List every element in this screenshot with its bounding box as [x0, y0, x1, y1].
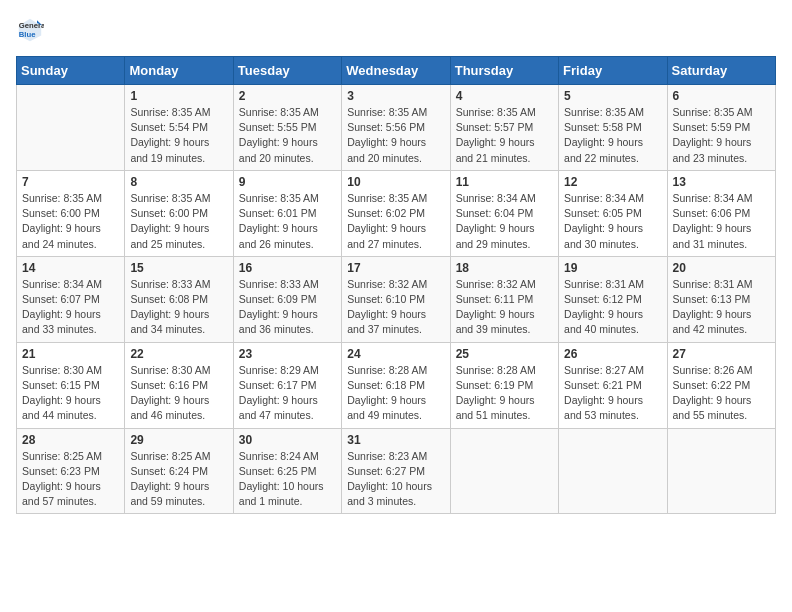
day-info: Sunrise: 8:30 AMSunset: 6:16 PMDaylight:…	[130, 363, 227, 424]
calendar-cell: 20Sunrise: 8:31 AMSunset: 6:13 PMDayligh…	[667, 256, 775, 342]
day-number: 22	[130, 347, 227, 361]
day-number: 13	[673, 175, 770, 189]
svg-text:General: General	[19, 21, 44, 30]
calendar-cell	[559, 428, 667, 514]
day-number: 5	[564, 89, 661, 103]
day-info: Sunrise: 8:32 AMSunset: 6:11 PMDaylight:…	[456, 277, 553, 338]
day-info: Sunrise: 8:29 AMSunset: 6:17 PMDaylight:…	[239, 363, 336, 424]
calendar-cell: 27Sunrise: 8:26 AMSunset: 6:22 PMDayligh…	[667, 342, 775, 428]
calendar-week-1: 1Sunrise: 8:35 AMSunset: 5:54 PMDaylight…	[17, 85, 776, 171]
calendar-week-5: 28Sunrise: 8:25 AMSunset: 6:23 PMDayligh…	[17, 428, 776, 514]
day-number: 4	[456, 89, 553, 103]
weekday-header-sunday: Sunday	[17, 57, 125, 85]
day-info: Sunrise: 8:35 AMSunset: 6:00 PMDaylight:…	[130, 191, 227, 252]
day-info: Sunrise: 8:35 AMSunset: 6:01 PMDaylight:…	[239, 191, 336, 252]
day-info: Sunrise: 8:25 AMSunset: 6:23 PMDaylight:…	[22, 449, 119, 510]
calendar-cell: 23Sunrise: 8:29 AMSunset: 6:17 PMDayligh…	[233, 342, 341, 428]
day-number: 2	[239, 89, 336, 103]
day-number: 20	[673, 261, 770, 275]
day-info: Sunrise: 8:31 AMSunset: 6:12 PMDaylight:…	[564, 277, 661, 338]
calendar-cell: 11Sunrise: 8:34 AMSunset: 6:04 PMDayligh…	[450, 170, 558, 256]
day-number: 19	[564, 261, 661, 275]
calendar-week-4: 21Sunrise: 8:30 AMSunset: 6:15 PMDayligh…	[17, 342, 776, 428]
calendar-cell: 21Sunrise: 8:30 AMSunset: 6:15 PMDayligh…	[17, 342, 125, 428]
day-number: 31	[347, 433, 444, 447]
day-info: Sunrise: 8:33 AMSunset: 6:09 PMDaylight:…	[239, 277, 336, 338]
calendar-cell: 30Sunrise: 8:24 AMSunset: 6:25 PMDayligh…	[233, 428, 341, 514]
calendar-cell: 12Sunrise: 8:34 AMSunset: 6:05 PMDayligh…	[559, 170, 667, 256]
day-info: Sunrise: 8:35 AMSunset: 5:56 PMDaylight:…	[347, 105, 444, 166]
day-info: Sunrise: 8:35 AMSunset: 5:59 PMDaylight:…	[673, 105, 770, 166]
day-number: 1	[130, 89, 227, 103]
calendar-cell: 22Sunrise: 8:30 AMSunset: 6:16 PMDayligh…	[125, 342, 233, 428]
day-info: Sunrise: 8:35 AMSunset: 5:58 PMDaylight:…	[564, 105, 661, 166]
day-info: Sunrise: 8:28 AMSunset: 6:19 PMDaylight:…	[456, 363, 553, 424]
day-info: Sunrise: 8:34 AMSunset: 6:07 PMDaylight:…	[22, 277, 119, 338]
day-number: 26	[564, 347, 661, 361]
weekday-header-thursday: Thursday	[450, 57, 558, 85]
day-number: 12	[564, 175, 661, 189]
calendar-cell: 10Sunrise: 8:35 AMSunset: 6:02 PMDayligh…	[342, 170, 450, 256]
day-number: 10	[347, 175, 444, 189]
weekday-header-monday: Monday	[125, 57, 233, 85]
day-number: 8	[130, 175, 227, 189]
day-info: Sunrise: 8:28 AMSunset: 6:18 PMDaylight:…	[347, 363, 444, 424]
calendar-cell: 29Sunrise: 8:25 AMSunset: 6:24 PMDayligh…	[125, 428, 233, 514]
day-info: Sunrise: 8:30 AMSunset: 6:15 PMDaylight:…	[22, 363, 119, 424]
weekday-header-wednesday: Wednesday	[342, 57, 450, 85]
calendar-cell: 7Sunrise: 8:35 AMSunset: 6:00 PMDaylight…	[17, 170, 125, 256]
calendar-body: 1Sunrise: 8:35 AMSunset: 5:54 PMDaylight…	[17, 85, 776, 514]
calendar-cell: 26Sunrise: 8:27 AMSunset: 6:21 PMDayligh…	[559, 342, 667, 428]
calendar-cell: 13Sunrise: 8:34 AMSunset: 6:06 PMDayligh…	[667, 170, 775, 256]
calendar-cell: 25Sunrise: 8:28 AMSunset: 6:19 PMDayligh…	[450, 342, 558, 428]
weekday-header-saturday: Saturday	[667, 57, 775, 85]
day-number: 23	[239, 347, 336, 361]
calendar-cell: 3Sunrise: 8:35 AMSunset: 5:56 PMDaylight…	[342, 85, 450, 171]
calendar-cell: 24Sunrise: 8:28 AMSunset: 6:18 PMDayligh…	[342, 342, 450, 428]
day-info: Sunrise: 8:35 AMSunset: 5:57 PMDaylight:…	[456, 105, 553, 166]
day-info: Sunrise: 8:35 AMSunset: 6:00 PMDaylight:…	[22, 191, 119, 252]
day-info: Sunrise: 8:34 AMSunset: 6:05 PMDaylight:…	[564, 191, 661, 252]
calendar-cell: 2Sunrise: 8:35 AMSunset: 5:55 PMDaylight…	[233, 85, 341, 171]
weekday-header-tuesday: Tuesday	[233, 57, 341, 85]
calendar-week-3: 14Sunrise: 8:34 AMSunset: 6:07 PMDayligh…	[17, 256, 776, 342]
day-number: 16	[239, 261, 336, 275]
logo: General Blue	[16, 16, 48, 44]
weekday-header-friday: Friday	[559, 57, 667, 85]
calendar-cell	[17, 85, 125, 171]
day-number: 17	[347, 261, 444, 275]
day-info: Sunrise: 8:25 AMSunset: 6:24 PMDaylight:…	[130, 449, 227, 510]
day-number: 18	[456, 261, 553, 275]
calendar-cell: 5Sunrise: 8:35 AMSunset: 5:58 PMDaylight…	[559, 85, 667, 171]
day-info: Sunrise: 8:26 AMSunset: 6:22 PMDaylight:…	[673, 363, 770, 424]
svg-text:Blue: Blue	[19, 30, 36, 39]
day-info: Sunrise: 8:35 AMSunset: 6:02 PMDaylight:…	[347, 191, 444, 252]
day-number: 6	[673, 89, 770, 103]
calendar-cell: 19Sunrise: 8:31 AMSunset: 6:12 PMDayligh…	[559, 256, 667, 342]
day-info: Sunrise: 8:34 AMSunset: 6:06 PMDaylight:…	[673, 191, 770, 252]
calendar-cell: 4Sunrise: 8:35 AMSunset: 5:57 PMDaylight…	[450, 85, 558, 171]
day-number: 30	[239, 433, 336, 447]
calendar-header: SundayMondayTuesdayWednesdayThursdayFrid…	[17, 57, 776, 85]
calendar-cell: 31Sunrise: 8:23 AMSunset: 6:27 PMDayligh…	[342, 428, 450, 514]
calendar-cell: 17Sunrise: 8:32 AMSunset: 6:10 PMDayligh…	[342, 256, 450, 342]
day-info: Sunrise: 8:23 AMSunset: 6:27 PMDaylight:…	[347, 449, 444, 510]
day-number: 21	[22, 347, 119, 361]
day-number: 27	[673, 347, 770, 361]
logo-icon: General Blue	[16, 16, 44, 44]
day-info: Sunrise: 8:35 AMSunset: 5:54 PMDaylight:…	[130, 105, 227, 166]
calendar-cell: 15Sunrise: 8:33 AMSunset: 6:08 PMDayligh…	[125, 256, 233, 342]
calendar-cell: 1Sunrise: 8:35 AMSunset: 5:54 PMDaylight…	[125, 85, 233, 171]
calendar-cell	[450, 428, 558, 514]
day-number: 3	[347, 89, 444, 103]
day-info: Sunrise: 8:35 AMSunset: 5:55 PMDaylight:…	[239, 105, 336, 166]
day-number: 15	[130, 261, 227, 275]
day-number: 11	[456, 175, 553, 189]
calendar-cell: 9Sunrise: 8:35 AMSunset: 6:01 PMDaylight…	[233, 170, 341, 256]
day-info: Sunrise: 8:34 AMSunset: 6:04 PMDaylight:…	[456, 191, 553, 252]
calendar-cell: 16Sunrise: 8:33 AMSunset: 6:09 PMDayligh…	[233, 256, 341, 342]
day-info: Sunrise: 8:27 AMSunset: 6:21 PMDaylight:…	[564, 363, 661, 424]
calendar-week-2: 7Sunrise: 8:35 AMSunset: 6:00 PMDaylight…	[17, 170, 776, 256]
day-number: 7	[22, 175, 119, 189]
day-info: Sunrise: 8:31 AMSunset: 6:13 PMDaylight:…	[673, 277, 770, 338]
